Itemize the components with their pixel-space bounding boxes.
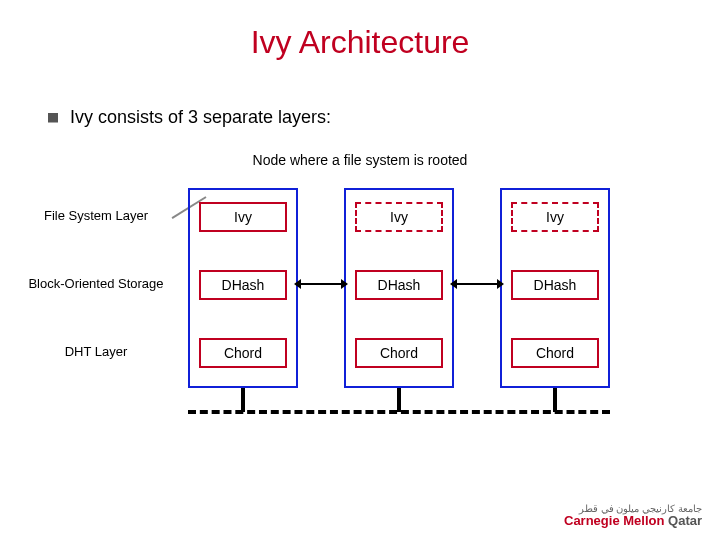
square-bullet-icon: [48, 113, 58, 123]
connector-leg-icon: [397, 388, 401, 412]
node-column-3: Ivy DHash Chord: [500, 188, 610, 388]
dhash-box: DHash: [199, 270, 287, 300]
chord-box: Chord: [199, 338, 287, 368]
layer-label-dht: DHT Layer: [16, 344, 176, 359]
double-arrow-icon: [456, 283, 498, 285]
node-column-2: Ivy DHash Chord: [344, 188, 454, 388]
node-column-1: Ivy DHash Chord: [188, 188, 298, 388]
cmu-qatar-logo: جامعة كارنيجي ميلون في قطر Carnegie Mell…: [564, 503, 702, 528]
logo-english-text: Carnegie Mellon Qatar: [564, 514, 702, 528]
ivy-box: Ivy: [511, 202, 599, 232]
connector-leg-icon: [553, 388, 557, 412]
dashed-bus-icon: [188, 410, 610, 414]
chord-box: Chord: [355, 338, 443, 368]
dhash-box: DHash: [511, 270, 599, 300]
layer-label-block: Block-Oriented Storage: [16, 276, 176, 291]
architecture-diagram: File System Layer Block-Oriented Storage…: [0, 176, 720, 436]
logo-cm: Carnegie Mellon: [564, 513, 664, 528]
node-caption: Node where a file system is rooted: [0, 152, 720, 168]
ivy-box: Ivy: [355, 202, 443, 232]
bullet-list: Ivy consists of 3 separate layers:: [48, 107, 720, 128]
logo-qatar: Qatar: [664, 513, 702, 528]
bullet-item: Ivy consists of 3 separate layers:: [48, 107, 720, 128]
chord-box: Chord: [511, 338, 599, 368]
connector-leg-icon: [241, 388, 245, 412]
slide-title: Ivy Architecture: [0, 0, 720, 61]
layer-label-fs: File System Layer: [16, 208, 176, 223]
dhash-box: DHash: [355, 270, 443, 300]
bullet-text: Ivy consists of 3 separate layers:: [70, 107, 331, 128]
double-arrow-icon: [300, 283, 342, 285]
ivy-box: Ivy: [199, 202, 287, 232]
